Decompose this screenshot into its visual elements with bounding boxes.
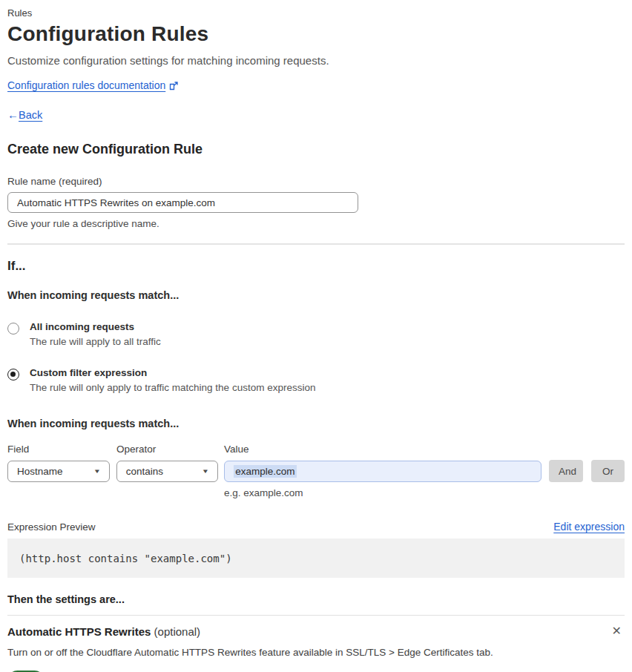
radio-label: Custom filter expression bbox=[30, 367, 315, 378]
rule-name-help: Give your rule a descriptive name. bbox=[7, 218, 625, 229]
then-settings-heading: Then the settings are... bbox=[7, 593, 625, 605]
or-button[interactable]: Or bbox=[591, 460, 625, 482]
rule-name-label: Rule name (required) bbox=[7, 176, 625, 187]
radio-label: All incoming requests bbox=[30, 321, 161, 332]
field-select-value: Hostname bbox=[17, 466, 63, 477]
setting-optional-suffix: (optional) bbox=[154, 625, 201, 638]
page-subtitle: Customize configuration settings for mat… bbox=[7, 54, 625, 67]
section-divider bbox=[7, 243, 625, 245]
radio-description: The rule will only apply to traffic matc… bbox=[30, 382, 315, 393]
edit-expression-label: Edit expression bbox=[553, 521, 625, 533]
edit-expression-link[interactable]: Edit expression bbox=[553, 521, 625, 533]
operator-label: Operator bbox=[116, 444, 224, 455]
radio-description: The rule will apply to all traffic bbox=[30, 336, 161, 347]
value-hint: e.g. example.com bbox=[224, 487, 625, 498]
page-title: Configuration Rules bbox=[7, 22, 625, 46]
close-icon[interactable]: ✕ bbox=[609, 625, 625, 637]
rule-name-input[interactable] bbox=[7, 192, 358, 213]
operator-select[interactable]: contains ▼ bbox=[116, 461, 219, 482]
documentation-link[interactable]: Configuration rules documentation bbox=[7, 79, 165, 91]
setting-description: Turn on or off the Cloudflare Automatic … bbox=[7, 647, 625, 658]
expression-preview-code: (http.host contains "example.com") bbox=[7, 538, 625, 578]
back-link[interactable]: ←Back bbox=[7, 108, 42, 121]
builder-heading: When incoming requests match... bbox=[7, 418, 625, 429]
expression-code-text: (http.host contains "example.com") bbox=[19, 553, 232, 564]
configuration-rules-page: Rules Configuration Rules Customize conf… bbox=[0, 0, 632, 672]
chevron-down-icon: ▼ bbox=[93, 468, 101, 475]
setting-name: Automatic HTTPS Rewrites bbox=[7, 625, 151, 638]
radio-selected-icon[interactable] bbox=[7, 369, 19, 381]
setting-card-title: Automatic HTTPS Rewrites (optional) bbox=[7, 625, 200, 638]
operator-select-value: contains bbox=[126, 466, 163, 477]
external-link-icon bbox=[169, 81, 178, 90]
documentation-link-label: Configuration rules documentation bbox=[7, 79, 165, 91]
and-button[interactable]: And bbox=[549, 460, 583, 482]
value-input-text: example.com bbox=[234, 465, 296, 478]
setting-card-automatic-https-rewrites: Automatic HTTPS Rewrites (optional) ✕ Tu… bbox=[7, 615, 625, 672]
field-select[interactable]: Hostname ▼ bbox=[7, 461, 110, 482]
chevron-down-icon: ▼ bbox=[202, 468, 209, 475]
breadcrumb: Rules bbox=[7, 7, 625, 19]
radio-custom-filter-expression[interactable]: Custom filter expression The rule will o… bbox=[7, 367, 625, 393]
field-label: Field bbox=[7, 444, 116, 455]
back-link-label: Back bbox=[19, 109, 42, 121]
value-label: Value bbox=[224, 444, 249, 455]
radio-all-incoming-requests[interactable]: All incoming requests The rule will appl… bbox=[7, 321, 625, 347]
radio-unselected-icon[interactable] bbox=[7, 323, 19, 335]
back-arrow-icon: ← bbox=[7, 108, 19, 121]
match-heading: When incoming requests match... bbox=[7, 289, 625, 301]
if-heading: If... bbox=[7, 259, 625, 274]
value-input[interactable]: example.com bbox=[224, 461, 542, 482]
create-rule-heading: Create new Configuration Rule bbox=[7, 142, 625, 157]
expression-preview-label: Expression Preview bbox=[7, 521, 96, 533]
